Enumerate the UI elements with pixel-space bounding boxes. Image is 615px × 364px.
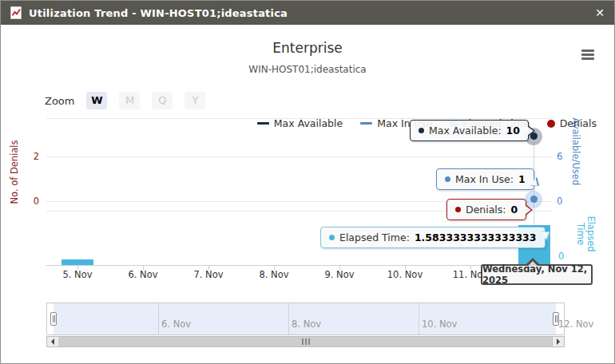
navigator-left-handle[interactable]: [50, 312, 57, 326]
legend-label: Denials: [560, 117, 597, 129]
tooltip-label: Max In Use:: [455, 173, 514, 185]
close-icon[interactable]: ✕: [595, 7, 605, 18]
tooltip-value: 10: [506, 125, 520, 136]
tooltip-arrow: [527, 261, 538, 267]
navigator-label: 10. Nov: [422, 318, 457, 330]
horizontal-scrollbar[interactable]: [46, 336, 565, 347]
dialog-body: Enterprise WIN-HOST01;ideastatica Zoom W…: [1, 25, 614, 363]
navigator-label: 12. Nov: [558, 318, 593, 330]
denials-axis-tick: 2: [25, 151, 39, 162]
navigator-gridline: [158, 303, 159, 334]
utilization-trend-dialog: Utilization Trend - WIN-HOST01;ideastati…: [0, 0, 615, 364]
denials-axis-tick: 0: [25, 196, 39, 207]
elapsed-axis-tick: 0: [558, 251, 574, 262]
navigator-label: 6. Nov: [161, 318, 191, 330]
tooltip-marker-icon: [445, 176, 450, 182]
x-axis-label: 9. Nov: [315, 269, 363, 280]
tooltip-marker-icon: [419, 128, 424, 133]
line-marker-icon: [360, 122, 372, 125]
line-marker-icon: [257, 122, 269, 125]
elapsed-time-bar-nov5[interactable]: [62, 259, 93, 265]
navigator-label: 8. Nov: [292, 318, 321, 330]
tooltip-elapsed-time: Elapsed Time: 1.5833333333333333: [320, 227, 546, 248]
x-axis-label: 8. Nov: [250, 269, 298, 280]
tooltip-marker-icon: [329, 235, 335, 240]
tooltip-value: 1.5833333333333333: [415, 231, 537, 243]
dialog-title: Utilization Trend - WIN-HOST01;ideastati…: [29, 7, 288, 19]
tooltip-arrow: [527, 126, 534, 136]
navigator-gridline: [419, 303, 419, 334]
scrollbar-left-arrow-icon[interactable]: [47, 337, 59, 346]
tooltip-date-text: Wednesday, Nov 12, 2025: [482, 263, 591, 286]
tooltip-max-in-use: Max In Use: 1: [436, 168, 534, 190]
legend-label: Max Available: [274, 117, 343, 129]
elapsed-axis-title: Elapsed Time: [575, 216, 596, 252]
tooltip-max-available: Max Available: 10: [410, 120, 529, 141]
x-axis-label: 5. Nov: [54, 269, 101, 280]
trend-chart-icon: [10, 6, 22, 19]
tooltip-value: 1: [518, 173, 526, 185]
max-in-use-point[interactable]: [530, 196, 538, 203]
tooltip-label: Denials:: [466, 204, 506, 216]
circle-marker-icon: [547, 120, 555, 128]
dialog-titlebar: Utilization Trend - WIN-HOST01;ideastati…: [1, 1, 614, 25]
legend-item-denials[interactable]: Denials: [547, 117, 597, 129]
tooltip-marker-icon: [455, 207, 461, 212]
navigator-gridline: [288, 303, 289, 334]
gridline: [46, 156, 552, 157]
legend-item-max-available[interactable]: Max Available: [257, 117, 343, 129]
tooltip-label: Max Available:: [429, 125, 502, 136]
available-axis-tick: 0: [557, 196, 573, 207]
tooltip-label: Elapsed Time:: [339, 231, 410, 243]
tooltip-value: 0: [511, 204, 518, 216]
x-axis-label: 6. Nov: [119, 269, 167, 280]
denials-axis-title: No. of Denials: [10, 136, 20, 208]
x-axis-label: 7. Nov: [184, 269, 232, 280]
tooltip-date: Wednesday, Nov 12, 2025: [481, 264, 593, 285]
scrollbar-right-arrow-icon[interactable]: [552, 337, 564, 346]
range-navigator[interactable]: 6. Nov 8. Nov 10. Nov 12. Nov: [46, 303, 565, 335]
tooltip-denials: Denials: 0: [446, 199, 526, 220]
x-axis-label: 10. Nov: [381, 269, 429, 280]
scrollbar-thumb[interactable]: [58, 337, 553, 346]
tooltip-arrow: [525, 205, 531, 215]
navigator-right-handle[interactable]: [553, 312, 559, 326]
